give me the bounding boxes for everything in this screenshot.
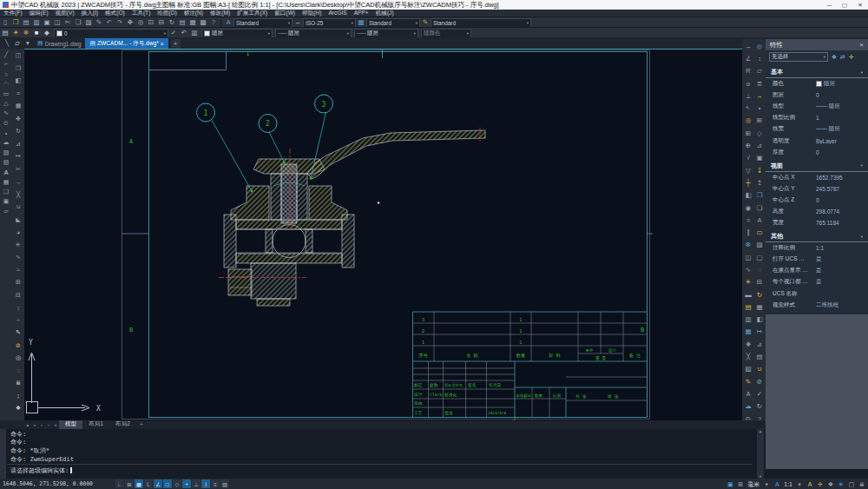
roughness[interactable]: √ — [743, 152, 754, 164]
arc[interactable]: ◠ — [0, 79, 12, 89]
measure-tool[interactable]: ↕ — [754, 52, 766, 64]
xref[interactable]: ❐ — [754, 189, 766, 202]
prop-value[interactable]: 245.5787 — [816, 186, 868, 192]
chevron-down-icon[interactable]: ▾ — [416, 21, 418, 25]
fillet[interactable]: ◕ — [12, 226, 24, 239]
line[interactable]: ╱ — [0, 50, 12, 59]
layer-on-bulb[interactable]: ☀ — [10, 29, 21, 38]
dim-linear[interactable]: ↔ — [743, 40, 754, 52]
image[interactable]: ▣ — [0, 196, 12, 206]
open[interactable]: ❐ — [10, 18, 21, 28]
plot[interactable]: ▣ — [42, 18, 52, 28]
layer-color-box[interactable]: ■ — [31, 29, 42, 38]
subtract[interactable]: ⊘ — [754, 375, 766, 387]
balloon-1[interactable]: 1 — [197, 103, 253, 192]
new-tab-button[interactable]: + — [171, 39, 181, 49]
prop-row[interactable]: 中心点 Y245.5787 — [766, 183, 868, 195]
prop-row[interactable]: 打开 UCS …是 — [766, 254, 868, 265]
express[interactable]: 扩展工具(X) — [233, 10, 271, 17]
prop-value[interactable]: 是 — [816, 255, 868, 263]
block-lib[interactable]: ❏ — [754, 202, 766, 214]
layer-freeze[interactable]: ❄ — [21, 29, 31, 38]
super-edit[interactable]: ✎ — [743, 375, 754, 387]
layer-combo[interactable]: 0 ▾ — [54, 29, 168, 38]
tab-layout1[interactable]: 布局1 — [82, 420, 109, 429]
prop-row[interactable]: 线型—— 随层 — [766, 101, 868, 112]
prop-section-header-2[interactable]: 其他▾ — [766, 231, 868, 242]
chamfer[interactable]: ◣ — [12, 214, 24, 227]
move[interactable]: ✥ — [12, 113, 24, 126]
hatch[interactable]: ▨ — [0, 148, 12, 157]
annotation-scale-icon[interactable]: A — [773, 479, 781, 488]
chevron-down-icon[interactable]: ▾ — [268, 31, 270, 36]
add-layout-button[interactable]: + — [136, 421, 147, 427]
object-snap[interactable]: □ — [163, 479, 172, 488]
edit[interactable]: 编辑(E) — [26, 10, 52, 17]
import[interactable]: ↥ — [754, 176, 766, 188]
spring[interactable]: ∿ — [743, 263, 754, 275]
chevron-down-icon[interactable]: ▾ — [824, 55, 825, 59]
prop-row[interactable]: 中心点 Z0 — [766, 195, 868, 206]
valve-section-drawing[interactable] — [219, 128, 485, 306]
dim-style-combo[interactable]: ISO-25 ▾ — [303, 18, 356, 28]
dynamic-ucs[interactable]: ⊥ — [192, 479, 201, 488]
id-point[interactable]: • — [754, 102, 766, 114]
tools[interactable]: 工具(T) — [128, 10, 155, 17]
properties-header[interactable]: 特性 ✕ — [766, 39, 868, 50]
erase[interactable]: ◫ — [12, 50, 24, 63]
copy[interactable]: ❐ — [12, 63, 24, 76]
erase-tool[interactable]: ▱ — [12, 38, 23, 48]
preview[interactable]: ◫ — [52, 18, 62, 28]
explode[interactable]: ✳ — [12, 239, 24, 252]
prop-row[interactable]: 图层0 — [766, 89, 868, 101]
object-snap-3d[interactable]: ◇ — [173, 479, 181, 488]
transparency-display[interactable]: ▨ — [220, 479, 229, 488]
section-view[interactable]: ◧ — [743, 189, 754, 202]
prop-value[interactable]: 0 — [816, 197, 868, 203]
align-2[interactable]: ⊟ — [754, 276, 766, 288]
prop-value[interactable]: 0 — [816, 92, 868, 98]
prop-row[interactable]: 视觉样式二维线框 — [766, 300, 868, 311]
update[interactable]: ↻ — [754, 400, 766, 413]
plot-mech[interactable]: ▣ — [754, 152, 766, 164]
collapse-icon[interactable]: ▾ — [861, 70, 863, 75]
symbol-lib[interactable]: ❖ — [743, 338, 754, 350]
layer-states[interactable]: ▥ — [189, 29, 200, 38]
scale[interactable]: ⊿ — [12, 138, 24, 151]
color-combo[interactable]: 随层 ▾ — [201, 29, 273, 38]
distance[interactable]: ↔ — [754, 89, 766, 102]
selection-filter-combo[interactable]: 无选择 ▾ — [769, 52, 828, 62]
annotation-scale-label[interactable]: 1:1 — [783, 479, 793, 488]
text[interactable]: A — [0, 168, 12, 177]
lineweight-combo[interactable]: —— 随层 ▾ — [354, 29, 418, 38]
balloon[interactable]: ◎ — [743, 115, 754, 127]
prop-row[interactable]: 线型比例1 — [766, 112, 868, 123]
dim-radius[interactable]: R — [743, 65, 754, 77]
arcgis[interactable]: ArcGIS — [325, 10, 350, 17]
save[interactable]: ▤ — [21, 18, 31, 28]
named-views[interactable]: ▤ — [177, 18, 187, 28]
field[interactable]: ▭ — [754, 226, 766, 238]
object-snap-tracking[interactable]: + — [182, 479, 191, 488]
attribute[interactable]: A — [754, 214, 766, 226]
layer-lock[interactable]: ◆ — [42, 29, 52, 38]
extend[interactable]: → — [12, 175, 24, 188]
area[interactable]: ▱ — [754, 65, 766, 77]
dynamic-input[interactable]: I — [201, 479, 210, 488]
chevron-down-icon[interactable]: ▾ — [467, 31, 469, 36]
tab-model[interactable]: 模型 — [59, 420, 82, 429]
annotation-scale-dropdown-icon[interactable]: ▾ — [795, 479, 804, 488]
mask[interactable]: ◌ — [754, 263, 766, 275]
pattern[interactable]: ▦ — [754, 301, 766, 313]
format[interactable]: 格式(O) — [102, 10, 128, 17]
prop-value[interactable]: ByLayer — [816, 138, 868, 144]
text-style-combo[interactable]: Standard ▾ — [233, 18, 293, 28]
prop-row[interactable]: 在原点显示 …是 — [766, 265, 868, 276]
ellipse[interactable]: ⊙ — [0, 118, 12, 128]
stretch[interactable]: ↦ — [12, 150, 24, 163]
layer-manager[interactable]: ▤ — [0, 29, 10, 38]
command-prompt[interactable]: 请选择超级编辑实体: — [10, 466, 72, 475]
paste[interactable]: ▨ — [83, 18, 94, 28]
tab-prev[interactable]: ‹ — [38, 422, 45, 427]
balloon-2[interactable]: 2 — [259, 115, 286, 164]
